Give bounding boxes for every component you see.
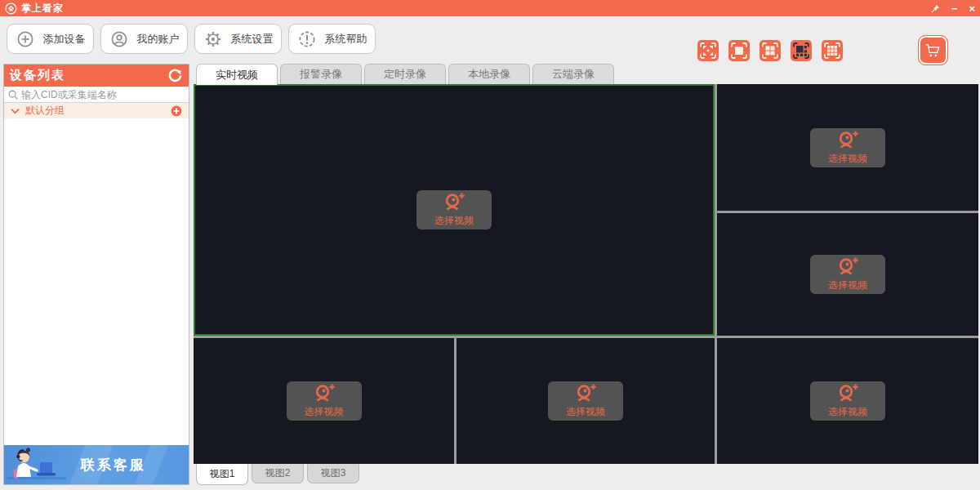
- webcam-plus-icon: [835, 383, 860, 403]
- select-video-button[interactable]: 选择视频: [810, 255, 885, 294]
- device-search-input[interactable]: [21, 89, 185, 100]
- webcam-plus-icon: [835, 256, 860, 277]
- video-mode-tabs: 实时视频 报警录像 定时录像 本地录像 云端录像: [196, 64, 614, 85]
- select-video-button[interactable]: 选择视频: [416, 190, 492, 229]
- nine-pane-layout-icon[interactable]: [822, 40, 843, 61]
- video-pane-2[interactable]: 选择视频: [717, 84, 978, 211]
- plus-circle-icon: [16, 29, 35, 49]
- title-bar: 掌上看家 − ×: [0, 0, 980, 16]
- select-video-label: 选择视频: [434, 214, 474, 228]
- video-pane-4[interactable]: 选择视频: [194, 338, 454, 464]
- view-tab-1[interactable]: 视图1: [196, 464, 248, 485]
- view-tab-3[interactable]: 视图3: [307, 464, 359, 483]
- minimize-button[interactable]: −: [951, 3, 958, 14]
- group-label: 默认分组: [25, 104, 65, 118]
- system-settings-button[interactable]: 系统设置: [194, 24, 282, 54]
- add-device-label: 添加设备: [43, 32, 86, 47]
- video-pane-3[interactable]: 选择视频: [717, 213, 978, 336]
- default-group-row[interactable]: 默认分组: [4, 103, 189, 118]
- tab-local-recording[interactable]: 本地录像: [448, 64, 530, 84]
- video-grid: 选择视频 选择视频 选择视频 选择视频: [194, 84, 978, 464]
- device-list-title: 设备列表: [10, 68, 65, 83]
- select-video-button[interactable]: 选择视频: [810, 381, 885, 421]
- tab-cloud-recording[interactable]: 云端录像: [532, 64, 614, 84]
- webcam-plus-icon: [835, 130, 860, 150]
- tab-live-video[interactable]: 实时视频: [196, 64, 278, 85]
- device-list-body: [4, 118, 189, 445]
- chevron-down-icon: [11, 108, 20, 114]
- shopping-cart-icon: [924, 42, 942, 59]
- webcam-plus-icon: [442, 192, 466, 212]
- shopping-cart-button[interactable]: [918, 35, 948, 65]
- view-preset-tabs: 视图1 视图2 视图3: [196, 464, 359, 485]
- select-video-label: 选择视频: [305, 405, 344, 419]
- system-help-label: 系统帮助: [325, 32, 368, 47]
- select-video-button[interactable]: 选择视频: [810, 128, 885, 167]
- pin-icon[interactable]: [931, 4, 940, 13]
- select-video-label: 选择视频: [566, 405, 605, 419]
- layout-switcher: [697, 40, 843, 61]
- system-settings-label: 系统设置: [231, 32, 274, 47]
- webcam-plus-icon: [312, 383, 336, 403]
- video-pane-5[interactable]: 选择视频: [457, 338, 715, 464]
- refresh-icon[interactable]: [167, 68, 183, 83]
- video-pane-6[interactable]: 选择视频: [717, 338, 978, 464]
- contact-support-banner[interactable]: 联系客服: [4, 445, 189, 484]
- search-icon: [7, 89, 19, 100]
- fullscreen-layout-icon[interactable]: [697, 40, 719, 61]
- tab-scheduled-recording[interactable]: 定时录像: [364, 64, 446, 84]
- select-video-label: 选择视频: [828, 278, 867, 292]
- my-account-label: 我的账户: [137, 32, 180, 47]
- contact-support-label: 联系客服: [81, 456, 146, 474]
- main-toolbar: 添加设备 我的账户 系统设置 系统帮助: [7, 24, 376, 54]
- select-video-label: 选择视频: [828, 152, 867, 166]
- user-circle-icon: [109, 29, 129, 49]
- select-video-button[interactable]: 选择视频: [287, 381, 362, 421]
- my-account-button[interactable]: 我的账户: [100, 24, 188, 54]
- app-title: 掌上看家: [21, 2, 64, 16]
- exclamation-circle-icon: [297, 29, 317, 49]
- support-agent-illustration: [4, 446, 74, 483]
- view-tab-2[interactable]: 视图2: [252, 464, 304, 483]
- six-pane-layout-icon[interactable]: [791, 40, 812, 61]
- device-search-row: [4, 87, 189, 103]
- four-pane-layout-icon[interactable]: [760, 40, 781, 61]
- select-video-label: 选择视频: [828, 405, 867, 419]
- tab-alarm-recording[interactable]: 报警录像: [280, 64, 362, 84]
- app-logo-home-icon: [5, 2, 17, 15]
- gear-icon: [203, 29, 223, 49]
- system-help-button[interactable]: 系统帮助: [288, 24, 376, 54]
- add-device-button[interactable]: 添加设备: [7, 24, 94, 54]
- video-pane-1-selected[interactable]: 选择视频: [194, 84, 715, 336]
- device-list-panel: 设备列表 默认分组: [3, 64, 189, 485]
- webcam-plus-icon: [573, 383, 598, 403]
- device-list-header: 设备列表: [4, 65, 189, 87]
- single-pane-layout-icon[interactable]: [728, 40, 750, 61]
- add-to-group-icon[interactable]: [171, 105, 182, 117]
- close-button[interactable]: ×: [969, 3, 975, 14]
- select-video-button[interactable]: 选择视频: [548, 381, 623, 421]
